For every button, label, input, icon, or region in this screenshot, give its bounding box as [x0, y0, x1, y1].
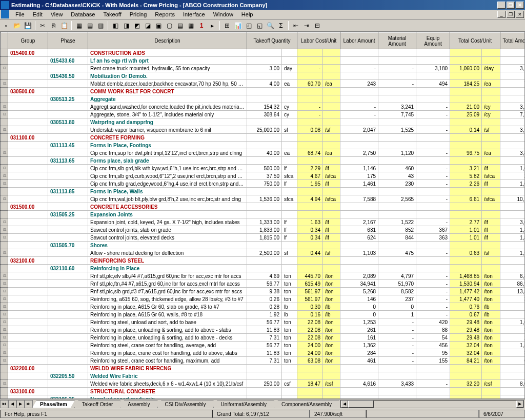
tab-prev-button[interactable]: ◀	[8, 400, 16, 408]
description-cell[interactable]: Reinforcing steel, crane cost for handli…	[88, 342, 247, 349]
material-amt-cell[interactable]: 43	[378, 172, 416, 180]
material-amt-cell[interactable]: -	[378, 357, 416, 365]
total-amt-cell[interactable]: 616	[500, 357, 525, 365]
qty-unit-cell[interactable]: sf	[282, 126, 297, 134]
table-row[interactable]: ⊡Cip cnc frm,slb grad,edge,wood,6"hg,4 u…	[1, 180, 526, 188]
scroll-thumb[interactable]	[348, 401, 374, 408]
qty-cell[interactable]: 154.32	[247, 103, 282, 111]
labor-cu-cell[interactable]	[297, 57, 323, 65]
description-cell[interactable]: Reinforcing in place, crane cost for han…	[88, 349, 247, 357]
qty-unit-cell[interactable]	[282, 395, 297, 399]
qty-cell[interactable]: 3.00	[247, 65, 282, 72]
phase-cell[interactable]	[48, 334, 88, 342]
row-header[interactable]	[1, 118, 8, 126]
table-row[interactable]: ⊡Sawcut control joints, elevated decks1,…	[1, 234, 526, 242]
total-cu-unit-cell[interactable]: /lf	[482, 226, 500, 234]
qty-cell[interactable]	[247, 242, 282, 249]
section-cell[interactable]: COMM WORK RSLT FOR CONCRT	[88, 88, 247, 95]
phase-cell[interactable]	[48, 342, 88, 349]
labor-cu-cell[interactable]	[297, 203, 323, 211]
phase-cell[interactable]	[48, 288, 88, 295]
qty-cell[interactable]: 7.31	[247, 357, 282, 365]
col-group[interactable]: Group	[8, 33, 48, 49]
qty-unit-cell[interactable]: lf	[282, 165, 297, 172]
tool-button-10[interactable]: ▤	[175, 21, 185, 31]
qty-unit-cell[interactable]	[282, 157, 297, 165]
labor-amt-cell[interactable]: 284	[340, 349, 378, 357]
tool-button-17[interactable]: ⇤	[291, 21, 301, 31]
equip-amt-cell[interactable]	[416, 203, 450, 211]
total-amt-cell[interactable]	[500, 265, 525, 272]
material-amt-cell[interactable]	[378, 72, 416, 80]
material-amt-cell[interactable]: 3,433	[378, 380, 416, 388]
total-cu-unit-cell[interactable]: /lf	[482, 165, 500, 172]
labor-amt-cell[interactable]: 1,103	[340, 249, 378, 257]
labor-cu-cell[interactable]: 68.74	[297, 149, 323, 157]
sheet-tab[interactable]: CSI Div/Assembly	[157, 401, 214, 408]
total-cu-unit-cell[interactable]	[482, 88, 500, 95]
labor-cu-cell[interactable]	[297, 188, 323, 195]
labor-cu-unit-cell[interactable]	[323, 57, 340, 65]
total-cu-cell[interactable]: 84.21	[450, 357, 482, 365]
qty-cell[interactable]	[247, 211, 282, 218]
labor-amt-cell[interactable]: 1,461	[340, 180, 378, 188]
phase-cell[interactable]	[48, 380, 88, 388]
phase-cell[interactable]	[48, 218, 88, 226]
phase-cell[interactable]	[48, 257, 88, 265]
group-cell[interactable]	[8, 218, 48, 226]
labor-cu-cell[interactable]: 4.94	[297, 195, 323, 203]
row-header[interactable]: ⊡	[1, 234, 8, 242]
labor-cu-cell[interactable]: 561.97	[297, 288, 323, 295]
minimize-button[interactable]: _	[497, 2, 506, 9]
total-amt-cell[interactable]: 3,241	[500, 103, 525, 111]
labor-amt-cell[interactable]	[340, 157, 378, 165]
qty-unit-cell[interactable]	[282, 72, 297, 80]
qty-cell[interactable]	[247, 388, 282, 395]
group-cell[interactable]	[8, 342, 48, 349]
total-amt-cell[interactable]	[500, 372, 525, 380]
labor-cu-unit-cell[interactable]: /ton	[323, 349, 340, 357]
group-cell[interactable]	[8, 226, 48, 234]
total-cu-unit-cell[interactable]: /ton	[482, 295, 500, 303]
labor-amt-cell[interactable]: 4,616	[340, 380, 378, 388]
qty-cell[interactable]: 37.50	[247, 172, 282, 180]
group-cell[interactable]	[8, 126, 48, 134]
equip-amt-cell[interactable]: -	[416, 303, 450, 311]
labor-amt-cell[interactable]	[340, 242, 378, 249]
labor-amt-cell[interactable]	[340, 142, 378, 149]
labor-amt-cell[interactable]: 1,146	[340, 165, 378, 172]
section-cell[interactable]: STRUCTURAL CONCRETE	[88, 388, 247, 395]
total-cu-cell[interactable]	[450, 265, 482, 272]
table-row[interactable]: 033105.35Norml wt concrt,ready mix	[1, 395, 526, 399]
equip-amt-cell[interactable]: -	[416, 288, 450, 295]
menu-window[interactable]: Window	[209, 11, 237, 18]
row-header[interactable]: ⊡	[1, 380, 8, 388]
group-cell[interactable]	[8, 165, 48, 172]
total-amt-cell[interactable]: 1	[500, 311, 525, 318]
subsection-cell[interactable]: Forms In Place, Footings	[88, 142, 247, 149]
qty-unit-cell[interactable]: ton	[282, 349, 297, 357]
col-total-cost-unit[interactable]: Total Cost/Unit	[450, 33, 500, 49]
labor-cu-unit-cell[interactable]	[323, 111, 340, 118]
labor-cu-unit-cell[interactable]	[323, 188, 340, 195]
labor-amt-cell[interactable]	[340, 118, 378, 126]
labor-amt-cell[interactable]: 2,167	[340, 218, 378, 226]
material-amt-cell[interactable]	[378, 157, 416, 165]
row-header[interactable]: ⊡	[1, 303, 8, 311]
phase-cell[interactable]	[48, 126, 88, 134]
tool-button-2[interactable]: ▤	[85, 21, 95, 31]
total-amt-cell[interactable]: 6,886	[500, 272, 525, 280]
group-cell[interactable]	[8, 188, 48, 195]
sheet-tab[interactable]: Uniformat/Assembly	[213, 401, 274, 408]
qty-cell[interactable]: 750.00	[247, 180, 282, 188]
phase-cell[interactable]	[48, 303, 88, 311]
tool-button-19[interactable]: ⊟	[312, 21, 322, 31]
total-cu-cell[interactable]: 32.20	[450, 380, 482, 388]
group-cell[interactable]	[8, 295, 48, 303]
equip-amt-cell[interactable]: -	[416, 272, 450, 280]
group-cell[interactable]	[8, 172, 48, 180]
total-cu-cell[interactable]	[450, 203, 482, 211]
labor-cu-unit-cell[interactable]	[323, 134, 340, 142]
qty-cell[interactable]	[247, 72, 282, 80]
qty-unit-cell[interactable]: cy	[282, 103, 297, 111]
